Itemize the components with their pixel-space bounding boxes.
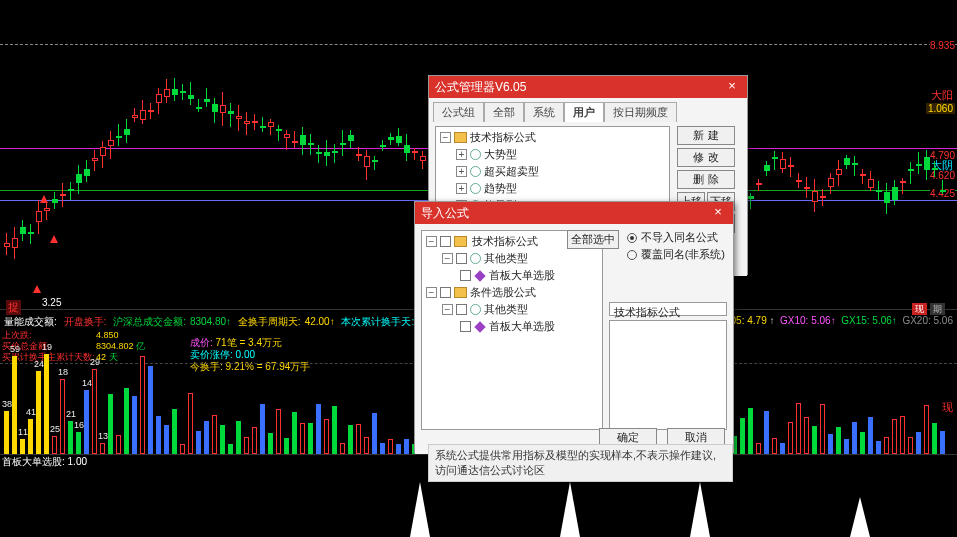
dialog-title: 公式管理器V6.05	[435, 76, 526, 98]
gx-strip: GX05: 4.79 ↑ GX10: 5.06↑ GX15: 5.06↑ GX2…	[716, 315, 953, 326]
folder-icon	[454, 287, 467, 298]
buy-arrow-icon	[50, 235, 58, 243]
delete-button[interactable]: 删 除	[677, 170, 735, 189]
expand-icon[interactable]: −	[442, 304, 453, 315]
folder-icon	[454, 132, 467, 143]
tab-by-date[interactable]: 按日期频度	[604, 102, 677, 122]
expand-icon[interactable]: +	[456, 183, 467, 194]
marker-label: 捉	[6, 300, 21, 315]
radio-no-dup[interactable]: 不导入同名公式	[627, 230, 725, 245]
close-icon[interactable]: ×	[709, 204, 727, 222]
tab-user[interactable]: 用户	[564, 102, 604, 122]
radio-overwrite[interactable]: 覆盖同名(非系统)	[627, 247, 725, 262]
dialog-footer: 系统公式提供常用指标及模型的实现样本,不表示操作建议, 访问通达信公式讨论区	[428, 444, 733, 482]
checkbox[interactable]	[440, 287, 451, 298]
folder-icon	[454, 236, 467, 247]
expand-icon[interactable]: −	[440, 132, 451, 143]
checkbox[interactable]	[456, 304, 467, 315]
close-icon[interactable]: ×	[723, 78, 741, 96]
expand-icon[interactable]: +	[456, 149, 467, 160]
right-legend: 大阳	[931, 88, 953, 103]
checkbox[interactable]	[460, 270, 471, 281]
low-marker: 3.25	[42, 297, 61, 308]
node-icon	[470, 253, 481, 264]
preview-pane	[609, 320, 727, 430]
indicator-peak	[560, 482, 580, 537]
badge: 现	[912, 303, 927, 315]
right-tag: 1.060	[926, 103, 955, 114]
tabs: 公式组 全部 系统 用户 按日期频度	[429, 98, 747, 122]
leaf-icon	[474, 321, 485, 332]
dialog-title: 导入公式	[421, 202, 469, 224]
tab-formula-group[interactable]: 公式组	[433, 102, 484, 122]
expand-icon[interactable]: −	[442, 253, 453, 264]
tab-all[interactable]: 全部	[484, 102, 524, 122]
edit-button[interactable]: 修 改	[677, 148, 735, 167]
leaf-icon	[474, 270, 485, 281]
import-formula-dialog[interactable]: 导入公式 × −技术指标公式 −其他类型 首板大单选股 −条件选股公式 −其他类…	[414, 201, 734, 453]
expand-icon[interactable]: −	[426, 287, 437, 298]
new-button[interactable]: 新 建	[677, 126, 735, 145]
buy-arrow-icon	[40, 195, 48, 203]
dialog-titlebar[interactable]: 导入公式 ×	[415, 202, 733, 224]
node-icon	[470, 166, 481, 177]
indicator-peak	[850, 497, 870, 537]
checkbox[interactable]	[456, 253, 467, 264]
node-icon	[470, 149, 481, 160]
tab-system[interactable]: 系统	[524, 102, 564, 122]
indicator-peak	[410, 482, 430, 537]
import-tree[interactable]: −技术指标公式 −其他类型 首板大单选股 −条件选股公式 −其他类型 首板大单选…	[421, 230, 603, 430]
expand-icon[interactable]: +	[456, 166, 467, 177]
checkbox[interactable]	[460, 321, 471, 332]
expand-icon[interactable]: −	[426, 236, 437, 247]
dialog-titlebar[interactable]: 公式管理器V6.05 ×	[429, 76, 747, 98]
select-all-button[interactable]: 全部选中	[567, 230, 619, 249]
preview-label: 技术指标公式	[609, 302, 727, 316]
gridline	[0, 44, 957, 45]
price-label: 8.935	[930, 40, 955, 51]
badge: 期	[930, 303, 945, 315]
indicator-peak	[690, 482, 710, 537]
buy-arrow-icon	[33, 285, 41, 293]
node-icon	[470, 304, 481, 315]
node-icon	[470, 183, 481, 194]
checkbox[interactable]	[440, 236, 451, 247]
